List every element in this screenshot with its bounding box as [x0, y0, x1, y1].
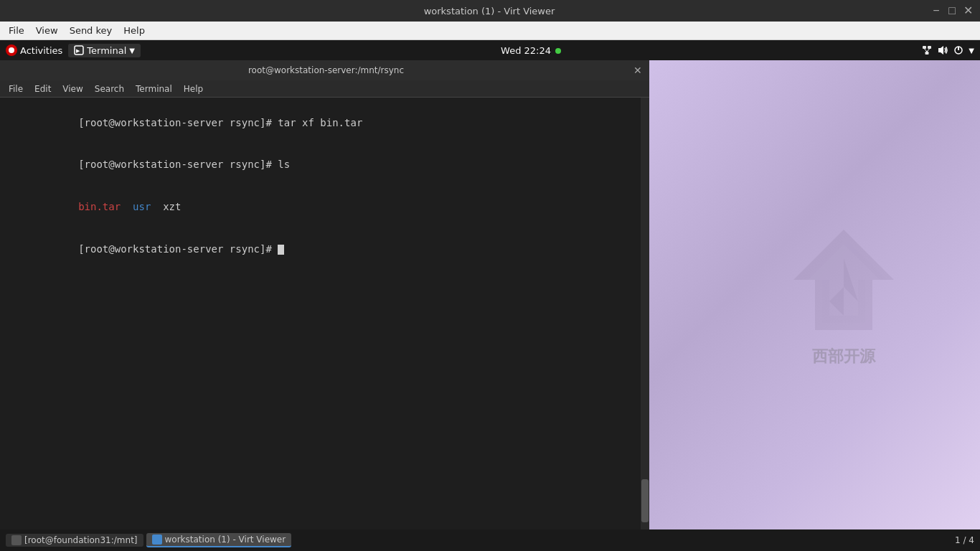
terminal-scrollbar[interactable]: [641, 98, 649, 529]
svg-point-0: [9, 47, 14, 53]
gnome-topbar-left: Activities ▶ Terminal ▼: [6, 44, 141, 57]
virt-viewer-titlebar: workstation (1) - Virt Viewer − □ ✕: [0, 0, 980, 22]
terminal-menu-file[interactable]: File: [3, 83, 29, 95]
clock-label: Wed 22:24: [501, 45, 551, 56]
watermark: 西部开源: [779, 222, 908, 367]
taskbar-terminal-label: [root@foundation31:/mnt]: [24, 535, 138, 545]
file-xzt: xzt: [163, 201, 181, 212]
svg-line-7: [927, 49, 930, 52]
menu-help[interactable]: Help: [118, 24, 151, 37]
terminal-menu-terminal[interactable]: Terminal: [130, 83, 178, 95]
file-usr: usr: [133, 201, 151, 212]
terminal-window: root@workstation-server:/mnt/rsync ✕ Fil…: [0, 60, 649, 529]
watermark-text: 西部开源: [779, 346, 908, 367]
terminal-line-3: bin.tar usr xzt: [6, 187, 644, 229]
taskbar-virt-label: workstation (1) - Virt Viewer: [165, 534, 286, 545]
menu-file[interactable]: File: [3, 24, 30, 37]
terminal-content[interactable]: [root@workstation-server rsync]# tar xf …: [0, 98, 649, 529]
svg-marker-11: [793, 230, 894, 330]
prompt-2: [root@workstation-server rsync]#: [78, 159, 278, 170]
svg-line-6: [925, 49, 928, 52]
taskbar: [root@foundation31:/mnt] workstation (1)…: [0, 529, 980, 551]
power-icon[interactable]: [953, 44, 964, 56]
close-button[interactable]: ✕: [961, 4, 974, 17]
terminal-line-4: [root@workstation-server rsync]#: [6, 228, 644, 270]
terminal-menu-help[interactable]: Help: [178, 83, 209, 95]
vm-display: Activities ▶ Terminal ▼ Wed 22:24: [0, 40, 980, 551]
menu-sendkey[interactable]: Send key: [64, 24, 118, 37]
svg-marker-13: [808, 244, 880, 316]
taskbar-item-virt-viewer[interactable]: workstation (1) - Virt Viewer: [146, 533, 292, 547]
terminal-title: root@workstation-server:/mnt/rsync: [20, 65, 632, 75]
virt-viewer-window: workstation (1) - Virt Viewer − □ ✕ File…: [0, 0, 980, 551]
file-separator-2: [151, 201, 163, 212]
terminal-close-button[interactable]: ✕: [632, 65, 644, 76]
menu-view[interactable]: View: [30, 24, 64, 37]
status-dot: [555, 48, 561, 54]
svg-marker-14: [829, 258, 858, 316]
prompt-1: [root@workstation-server rsync]#: [78, 117, 278, 128]
taskbar-item-terminal[interactable]: [root@foundation31:/mnt]: [6, 534, 143, 547]
terminal-menu-search[interactable]: Search: [89, 83, 130, 95]
gnome-clock: Wed 22:24: [501, 45, 561, 56]
taskbar-virt-icon: [152, 534, 162, 545]
taskbar-left: [root@foundation31:/mnt] workstation (1)…: [6, 533, 291, 547]
terminal-btn-label: Terminal: [87, 45, 126, 56]
vm-content: 西部开源 root@workstation-server:/mnt/rsync …: [0, 60, 980, 529]
file-bintar: bin.tar: [78, 201, 121, 212]
terminal-menubar: File Edit View Search Terminal Help: [0, 80, 649, 98]
svg-rect-3: [923, 46, 926, 49]
virt-viewer-title: workstation (1) - Virt Viewer: [49, 6, 930, 17]
activities-label: Activities: [20, 45, 62, 56]
terminal-taskbar-button[interactable]: ▶ Terminal ▼: [68, 44, 141, 57]
gnome-tray: ▼: [921, 44, 974, 56]
desktop-background: 西部开源: [646, 60, 980, 529]
gnome-topbar: Activities ▶ Terminal ▼ Wed 22:24: [0, 40, 980, 60]
svg-rect-5: [925, 52, 929, 55]
file-separator-1: [121, 201, 133, 212]
taskbar-page: 1 / 4: [955, 535, 974, 545]
network-icon[interactable]: [921, 44, 933, 56]
volume-icon[interactable]: [937, 44, 948, 56]
virt-viewer-controls: − □ ✕: [930, 4, 974, 17]
maximize-button[interactable]: □: [946, 4, 958, 17]
prompt-3: [root@workstation-server rsync]#: [78, 243, 278, 255]
minimize-button[interactable]: −: [930, 4, 943, 17]
terminal-menu-view[interactable]: View: [57, 83, 88, 95]
cursor: [278, 245, 284, 255]
terminal-menu-edit[interactable]: Edit: [29, 83, 57, 95]
activities-button[interactable]: Activities: [6, 44, 62, 56]
cmd-1: tar xf bin.tar: [278, 117, 362, 128]
svg-marker-8: [938, 46, 943, 55]
terminal-titlebar: root@workstation-server:/mnt/rsync ✕: [0, 60, 649, 80]
taskbar-terminal-icon: [11, 535, 22, 545]
svg-rect-4: [928, 46, 931, 49]
terminal-dropdown-icon[interactable]: ▼: [129, 47, 135, 55]
terminal-scrollbar-thumb[interactable]: [641, 479, 649, 522]
terminal-line-2: [root@workstation-server rsync]# ls: [6, 144, 644, 187]
terminal-line-1: [root@workstation-server rsync]# tar xf …: [6, 102, 644, 144]
svg-text:▶: ▶: [76, 48, 80, 54]
cmd-2: ls: [278, 159, 290, 170]
svg-marker-12: [801, 237, 887, 323]
topbar-dropdown-icon[interactable]: ▼: [969, 47, 974, 55]
virt-viewer-menubar: File View Send key Help: [0, 22, 980, 40]
redhat-icon: [6, 44, 17, 56]
